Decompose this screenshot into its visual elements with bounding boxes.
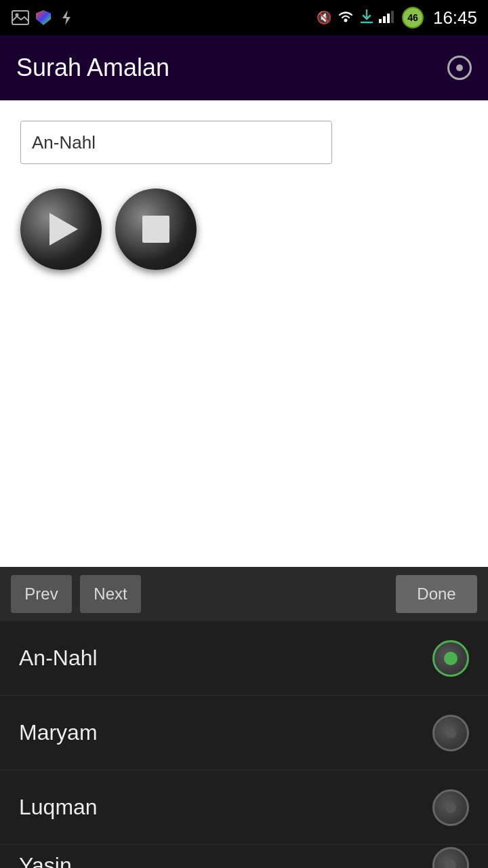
radio-dot [445, 860, 456, 868]
media-controls [20, 189, 468, 270]
play-icon [49, 213, 78, 245]
bottom-nav: Prev Next Done [0, 567, 488, 621]
app-bar: Surah Amalan [0, 35, 488, 100]
gallery-icon [11, 9, 30, 26]
surah-input[interactable] [20, 121, 332, 164]
radio-button-yasin[interactable] [432, 847, 469, 868]
status-icons-left [11, 9, 76, 26]
battery-level: 46 [402, 7, 424, 28]
svg-rect-7 [387, 14, 390, 23]
radio-button-an-nahl[interactable] [432, 640, 469, 677]
download-icon [360, 9, 373, 26]
svg-rect-5 [379, 19, 382, 23]
svg-point-3 [344, 18, 347, 22]
surah-list[interactable]: An-Nahl Maryam Luqman Yasin [0, 621, 488, 868]
next-button[interactable]: Next [80, 575, 141, 613]
list-item-label: Yasin [19, 853, 432, 869]
svg-rect-6 [383, 16, 386, 23]
list-item[interactable]: Maryam [0, 696, 488, 770]
stop-button[interactable] [115, 189, 197, 270]
app-title: Surah Amalan [16, 54, 435, 82]
radio-dot [445, 728, 456, 738]
lightning-icon [57, 9, 76, 26]
prev-button[interactable]: Prev [11, 575, 72, 613]
status-bar: 🔇 46 16:45 [0, 0, 488, 35]
radio-button-maryam[interactable] [432, 715, 469, 751]
mute-icon: 🔇 [317, 10, 331, 25]
list-item[interactable]: Yasin [0, 845, 488, 868]
status-time: 16:45 [433, 7, 477, 28]
list-item[interactable]: Luqman [0, 770, 488, 845]
signal-icon [379, 9, 396, 26]
radio-button-luqman[interactable] [432, 789, 469, 826]
shield-icon [34, 9, 53, 26]
stop-icon [142, 216, 169, 243]
radio-dot [444, 652, 458, 665]
settings-icon[interactable] [447, 56, 472, 80]
radio-dot [445, 802, 456, 813]
wifi-icon [337, 9, 354, 26]
svg-rect-8 [391, 11, 394, 23]
list-item[interactable]: An-Nahl [0, 621, 488, 696]
list-item-label: An-Nahl [19, 646, 432, 671]
done-button[interactable]: Done [396, 575, 477, 613]
main-content [0, 100, 488, 567]
status-icons-right: 🔇 46 16:45 [317, 7, 477, 28]
play-button[interactable] [20, 189, 102, 270]
list-item-label: Luqman [19, 795, 432, 820]
svg-marker-2 [62, 10, 70, 25]
list-item-label: Maryam [19, 720, 432, 745]
